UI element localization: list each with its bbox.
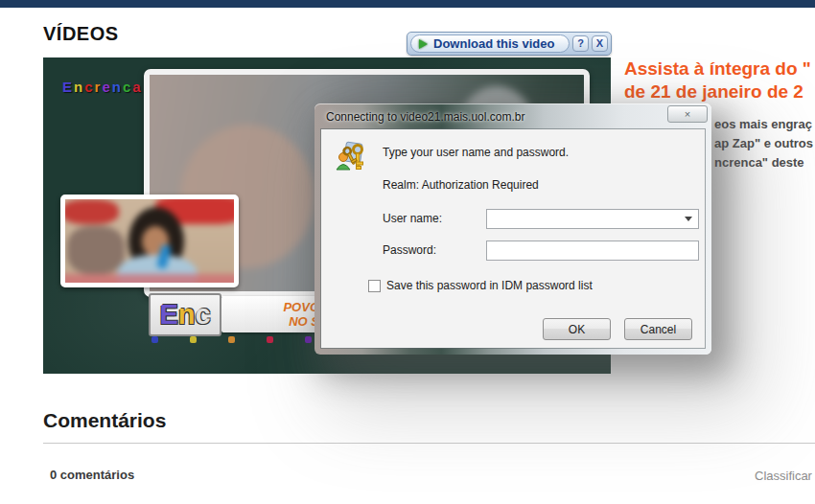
save-password-label: Save this password in IDM password list [386,279,593,292]
cancel-button[interactable]: Cancel [624,318,692,340]
username-label: User name: [383,212,442,225]
comments-divider [43,443,815,444]
download-video-label: Download this video [433,36,554,51]
encrenca-show-logo: Encrenca [62,79,143,95]
page-root: VÍDEOS Download this video ? X Encrenca [0,0,815,504]
auth-dialog: Connecting to video21.mais.uol.com.br × [314,103,711,355]
dialog-message: Type your user name and password. [383,146,569,159]
ok-button[interactable]: OK [543,318,611,340]
video-pip-frame [60,195,239,287]
comments-heading: Comentários [43,409,166,432]
idm-help-button[interactable]: ? [572,35,589,52]
password-field[interactable] [486,241,699,261]
dialog-close-button[interactable]: × [667,105,708,123]
idm-close-button[interactable]: X [592,35,608,52]
download-video-button[interactable]: Download this video [410,34,570,53]
play-icon [419,39,428,49]
idm-download-bar: Download this video ? X [407,32,612,56]
save-password-checkbox[interactable] [368,280,381,292]
page-title: VÍDEOS [43,23,119,45]
chevron-down-icon[interactable] [685,217,692,221]
top-navigation-bar [0,0,815,8]
comments-count: 0 comentários [50,468,134,482]
auth-keys-icon [336,141,368,173]
dialog-realm: Realm: Authorization Required [383,178,539,192]
dialog-title: Connecting to video21.mais.uol.com.br [326,110,524,124]
banner-text: POVO NO S [231,300,319,329]
sort-link[interactable]: Classificar [755,469,812,483]
article-body-fragment: eos mais engraç ap Zap" e outros ncrenca… [714,115,815,172]
banner-color-dots [151,336,312,343]
dialog-body: Type your user name and password. Realm:… [321,129,705,348]
password-label: Password: [383,243,436,257]
enc-corner-logo: Enc [149,293,221,336]
username-combobox[interactable] [486,209,699,229]
article-title: Assista à íntegra do " de 21 de janeiro … [624,57,815,103]
pip-interview-still [60,195,239,287]
